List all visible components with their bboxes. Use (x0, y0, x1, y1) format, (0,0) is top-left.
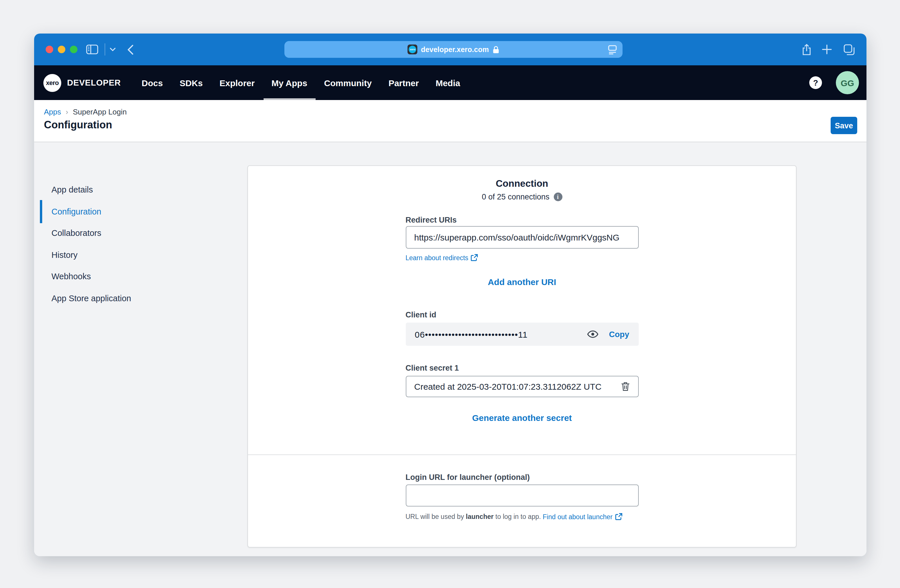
client-id-label: Client id (405, 310, 638, 319)
reveal-client-id-button[interactable] (587, 330, 598, 338)
sidebar-item-app-store-application[interactable]: App Store application (40, 288, 131, 309)
breadcrumb-current: SuperApp Login (73, 107, 127, 116)
page-body: App details Configuration Collaborators … (34, 142, 866, 556)
sidebar-item-history[interactable]: History (40, 244, 131, 265)
nav-item-docs[interactable]: Docs (142, 65, 163, 100)
nav-item-partner[interactable]: Partner (388, 65, 419, 100)
url-text: developer.xero.com (421, 45, 489, 53)
client-secret-created-text: Created at 2025-03-20T01:07:23.3112062Z … (414, 382, 621, 391)
redirect-uri-input[interactable] (405, 226, 638, 248)
save-button[interactable]: Save (831, 117, 857, 134)
tabs-icon[interactable] (843, 34, 855, 65)
xero-logo[interactable]: xero (43, 74, 61, 92)
reader-icon[interactable] (608, 45, 617, 54)
helper-prefix: URL will be used by (405, 513, 466, 520)
connection-title: Connection (405, 178, 638, 189)
page-title: Configuration (44, 119, 857, 131)
nav-item-sdks[interactable]: SDKs (180, 65, 203, 100)
address-bar[interactable]: xero developer.xero.com (284, 41, 622, 58)
sidebar-item-configuration[interactable]: Configuration (40, 201, 131, 222)
nav-item-explorer[interactable]: Explorer (220, 65, 255, 100)
nav-item-my-apps[interactable]: My Apps (272, 65, 307, 100)
learn-about-redirects-link[interactable]: Learn about redirects (405, 254, 478, 261)
sidebar-item-app-details[interactable]: App details (40, 179, 131, 200)
toolbar-divider (105, 43, 105, 56)
helper-bold: launcher (466, 513, 493, 520)
browser-titlebar: xero developer.xero.com (34, 34, 866, 65)
breadcrumb-apps-link[interactable]: Apps (44, 107, 61, 116)
back-icon[interactable] (127, 34, 133, 65)
info-icon[interactable]: i (554, 192, 562, 201)
redirect-uris-label: Redirect URIs (405, 216, 638, 224)
generate-another-secret-link[interactable]: Generate another secret (405, 413, 638, 423)
breadcrumb: Apps › SuperApp Login (44, 107, 857, 116)
delete-secret-button[interactable] (621, 382, 630, 391)
browser-window: xero developer.xero.com (34, 34, 866, 556)
nav-items: Docs SDKs Explorer My Apps Community Par… (142, 65, 460, 100)
launcher-helper-text: URL will be used by launcher to log in t… (405, 513, 638, 520)
launcher-section: Login URL for launcher (optional) URL wi… (248, 455, 796, 520)
client-id-field: 06••••••••••••••••••••••••••••11 Copy (405, 323, 638, 346)
eye-icon (587, 330, 598, 338)
help-button[interactable]: ? (809, 76, 822, 89)
chevron-down-icon[interactable] (110, 34, 116, 65)
minimize-window-button[interactable] (58, 46, 65, 53)
site-favicon: xero (408, 45, 417, 54)
learn-about-redirects-text: Learn about redirects (405, 254, 468, 261)
sidebar-item-collaborators[interactable]: Collaborators (40, 223, 131, 244)
breadcrumb-chevron-icon: › (65, 107, 68, 116)
connection-count-text: 0 of 25 connections (482, 192, 549, 201)
add-another-uri-link[interactable]: Add another URI (405, 277, 638, 287)
new-tab-icon[interactable] (822, 34, 832, 65)
copy-client-id-button[interactable]: Copy (609, 330, 629, 339)
close-window-button[interactable] (46, 46, 53, 53)
user-avatar[interactable]: GG (836, 71, 859, 94)
configuration-card: Connection 0 of 25 connections i Redirec… (247, 165, 796, 548)
launcher-url-input[interactable] (405, 484, 638, 506)
main-navigation: xero DEVELOPER Docs SDKs Explorer My App… (34, 65, 866, 100)
sidebar-icon[interactable] (86, 34, 98, 65)
external-link-icon (615, 513, 622, 520)
sidebar-item-webhooks[interactable]: Webhooks (40, 266, 131, 287)
trash-icon (621, 382, 630, 391)
external-link-icon (470, 254, 478, 261)
connection-section: Connection 0 of 25 connections i Redirec… (248, 166, 796, 455)
screen: xero developer.xero.com (0, 0, 900, 588)
nav-item-media[interactable]: Media (436, 65, 460, 100)
client-id-masked-value: 06••••••••••••••••••••••••••••11 (415, 329, 587, 339)
zoom-window-button[interactable] (70, 46, 78, 53)
traffic-lights (46, 46, 78, 53)
settings-sidebar: App details Configuration Collaborators … (40, 179, 131, 309)
connection-count: 0 of 25 connections i (405, 192, 638, 201)
find-out-about-launcher-text: Find out about launcher (543, 513, 613, 520)
nav-right: ? GG (809, 65, 859, 100)
client-secret-field: Created at 2025-03-20T01:07:23.3112062Z … (405, 376, 638, 397)
nav-item-community[interactable]: Community (324, 65, 372, 100)
helper-mid: to log in to app. (493, 513, 543, 520)
brand-label: DEVELOPER (67, 78, 121, 87)
lock-icon (492, 45, 499, 53)
page-header: Apps › SuperApp Login Configuration Save (34, 100, 866, 142)
launcher-url-label: Login URL for launcher (optional) (405, 473, 638, 482)
client-secret-label: Client secret 1 (405, 364, 638, 372)
find-out-about-launcher-link[interactable]: Find out about launcher (543, 513, 622, 520)
share-icon[interactable] (802, 34, 812, 65)
